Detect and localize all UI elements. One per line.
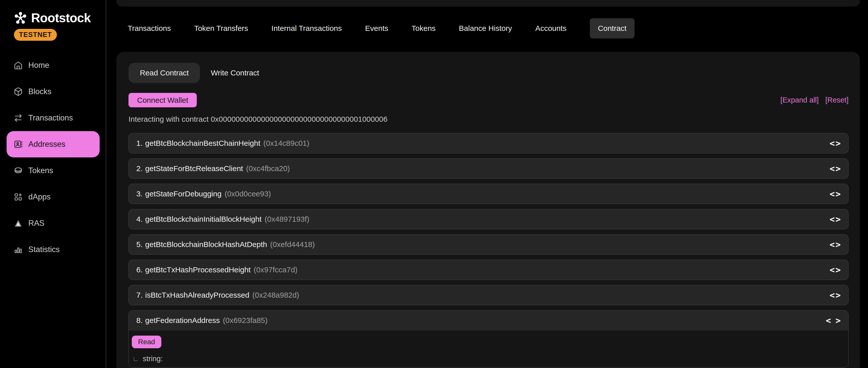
function-name: getFederationAddress <box>145 316 220 325</box>
function-label: 6. getBtcTxHashProcessedHeight (0x97fcca… <box>136 265 298 274</box>
function-label: 7. isBtcTxHashAlreadyProcessed (0x248a98… <box>136 291 299 300</box>
panel-actions: [Expand all] [Reset] <box>780 96 848 104</box>
sidebar-item-addresses[interactable]: Addresses <box>7 131 100 158</box>
rootstock-flower-icon <box>14 11 27 25</box>
sidebar-item-ras[interactable]: RAS <box>7 210 100 236</box>
address-tabbar: Transactions Token Transfers Internal Tr… <box>128 18 634 38</box>
function-label: 2. getStateForBtcReleaseClient (0xc4fbca… <box>136 164 290 173</box>
output-type-label: string: <box>143 355 163 363</box>
interacting-line: Interacting with contract 0x000000000000… <box>128 115 848 123</box>
function-row-4[interactable]: 4. getBtcBlockchainInitialBlockHeight (0… <box>128 209 848 229</box>
function-row-5[interactable]: 5. getBtcBlockchainBlockHashAtDepth (0xe… <box>128 234 848 255</box>
sidebar-item-statistics[interactable]: Statistics <box>7 236 100 263</box>
function-label: 3. getStateForDebugging (0x0d0cee93) <box>136 190 271 198</box>
sidebar-item-transactions[interactable]: Transactions <box>7 105 100 131</box>
triangle-icon <box>14 219 23 228</box>
code-icon[interactable]: <> <box>830 214 841 224</box>
contract-subtabs: Read Contract Write Contract <box>128 63 848 83</box>
function-row-7[interactable]: 7. isBtcTxHashAlreadyProcessed (0x248a98… <box>128 285 848 305</box>
connect-wallet-button[interactable]: Connect Wallet <box>128 93 197 107</box>
cube-icon <box>14 87 23 96</box>
expand-all-link[interactable]: [Expand all] <box>780 96 819 104</box>
sidebar-item-home[interactable]: Home <box>7 52 100 79</box>
coin-icon <box>14 166 23 175</box>
tab-tokens[interactable]: Tokens <box>411 18 436 38</box>
previous-section-edge <box>116 0 860 7</box>
contract-address: 0x00000000000000000000000000000000010000… <box>211 115 388 123</box>
function-name: isBtcTxHashAlreadyProcessed <box>145 291 249 300</box>
tab-balance-history[interactable]: Balance History <box>459 18 512 38</box>
function-name: getBtcBlockchainBestChainHeight <box>145 139 260 147</box>
code-icon[interactable]: <> <box>830 265 841 275</box>
tab-write-contract[interactable]: Write Contract <box>211 63 259 83</box>
sidebar-item-label: Tokens <box>28 166 53 175</box>
function-number: 2. <box>136 164 143 173</box>
tab-read-contract[interactable]: Read Contract <box>128 63 200 83</box>
interacting-prefix: Interacting with contract <box>128 115 209 123</box>
function-number: 8. <box>136 316 143 325</box>
sidebar-item-label: Blocks <box>28 87 51 96</box>
sidebar-item-dapps[interactable]: dApps <box>7 184 100 210</box>
function-label: 4. getBtcBlockchainInitialBlockHeight (0… <box>136 215 309 224</box>
reset-link[interactable]: [Reset] <box>825 96 848 104</box>
return-indicator-icon: ∟ <box>132 355 139 363</box>
function-name: getBtcBlockchainInitialBlockHeight <box>145 215 261 224</box>
apps-grid-plus-icon <box>14 192 23 201</box>
function-label: 5. getBtcBlockchainBlockHashAtDepth (0xe… <box>136 240 315 249</box>
brand-name: Rootstock <box>31 11 91 25</box>
function-row-8-expanded: 8. getFederationAddress (0x6923fa85) <> … <box>128 310 848 367</box>
tab-contract[interactable]: Contract <box>590 18 634 38</box>
code-icon[interactable]: <> <box>830 290 841 300</box>
sidebar-item-label: dApps <box>28 192 51 201</box>
bar-chart-icon <box>14 245 23 254</box>
code-icon[interactable]: <> <box>830 239 841 250</box>
function-name: getStateForBtcReleaseClient <box>145 164 243 173</box>
swap-arrows-icon <box>14 113 23 122</box>
brand-logo[interactable]: Rootstock <box>14 11 106 25</box>
tab-internal-transactions[interactable]: Internal Transactions <box>271 18 342 38</box>
contract-functions-list: 1. getBtcBlockchainBestChainHeight (0x14… <box>128 133 848 367</box>
function-selector: (0x4897193f) <box>265 215 309 224</box>
function-row-8-body: Read ∟ string: <box>129 330 848 367</box>
sidebar-item-label: Home <box>28 61 49 70</box>
home-icon <box>14 61 23 70</box>
function-row-8-header[interactable]: 8. getFederationAddress (0x6923fa85) <> <box>129 311 848 330</box>
tab-transactions[interactable]: Transactions <box>128 18 171 38</box>
sidebar-item-blocks[interactable]: Blocks <box>7 79 100 105</box>
read-button[interactable]: Read <box>132 336 161 348</box>
function-row-2[interactable]: 2. getStateForBtcReleaseClient (0xc4fbca… <box>128 159 848 179</box>
code-icon[interactable]: <> <box>826 315 841 325</box>
function-selector: (0xefd44418) <box>270 240 315 249</box>
code-icon[interactable]: <> <box>830 138 841 148</box>
function-number: 5. <box>136 240 143 249</box>
sidebar-item-label: RAS <box>28 219 44 228</box>
function-selector: (0x14c89c01) <box>263 139 309 147</box>
function-output-line: ∟ string: <box>132 355 841 363</box>
tab-token-transfers[interactable]: Token Transfers <box>194 18 248 38</box>
sidebar-item-label: Statistics <box>28 245 60 254</box>
function-name: getBtcTxHashProcessedHeight <box>145 265 251 274</box>
function-selector: (0x97fcca7d) <box>254 265 298 274</box>
function-row-1[interactable]: 1. getBtcBlockchainBestChainHeight (0x14… <box>128 133 848 153</box>
function-number: 3. <box>136 190 143 198</box>
function-name: getStateForDebugging <box>145 190 222 198</box>
contract-panel: Read Contract Write Contract Connect Wal… <box>116 52 860 368</box>
function-number: 6. <box>136 265 143 274</box>
code-icon[interactable]: <> <box>830 164 841 174</box>
sidebar-item-tokens[interactable]: Tokens <box>7 158 100 184</box>
function-label: 8. getFederationAddress (0x6923fa85) <box>136 316 268 325</box>
function-row-6[interactable]: 6. getBtcTxHashProcessedHeight (0x97fcca… <box>128 260 848 280</box>
function-selector: (0x6923fa85) <box>223 316 268 325</box>
function-label: 1. getBtcBlockchainBestChainHeight (0x14… <box>136 139 309 147</box>
tab-events[interactable]: Events <box>365 18 389 38</box>
function-selector: (0xc4fbca20) <box>246 164 290 173</box>
function-selector: (0x248a982d) <box>252 291 299 300</box>
sidebar-item-label: Addresses <box>28 140 65 149</box>
code-icon[interactable]: <> <box>830 189 841 199</box>
function-selector: (0x0d0cee93) <box>225 190 271 198</box>
function-number: 4. <box>136 215 143 224</box>
tab-accounts[interactable]: Accounts <box>535 18 566 38</box>
sidebar-nav: Home Blocks Transactions Addresses Token… <box>0 52 106 263</box>
function-row-3[interactable]: 3. getStateForDebugging (0x0d0cee93) <> <box>128 184 848 204</box>
function-number: 7. <box>136 291 143 300</box>
